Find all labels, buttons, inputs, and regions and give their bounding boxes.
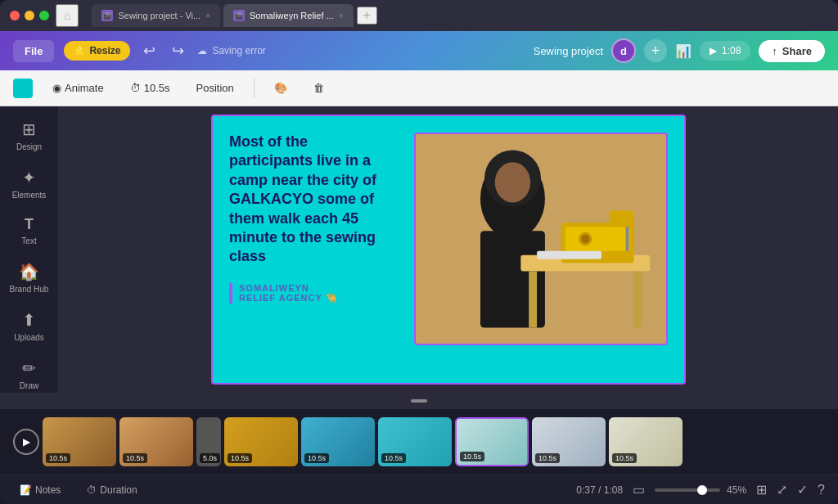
add-collaborator-button[interactable]: + — [644, 39, 667, 62]
help-button[interactable]: ? — [818, 483, 825, 497]
svg-rect-10 — [610, 210, 634, 227]
svg-rect-9 — [565, 227, 630, 251]
duration-button[interactable]: ⏱ 10.5s — [124, 79, 177, 97]
traffic-lights — [10, 11, 49, 20]
tab-bar: 🎬 Sewing project - Vi... × 🎬 Somaliweyn … — [92, 4, 828, 27]
resize-icon: ⭐ — [74, 45, 86, 56]
present-check-button[interactable]: ✓ — [797, 482, 808, 497]
secondary-toolbar: ◉ Animate ⏱ 10.5s Position 🎨 🗑 — [0, 70, 838, 106]
share-icon: ↑ — [772, 45, 777, 57]
sidebar-item-text[interactable]: T Text — [5, 209, 54, 252]
design-icon: ⊞ — [22, 119, 36, 139]
resize-label: Resize — [89, 45, 120, 56]
animate-icon: ◉ — [52, 82, 61, 94]
total-time: 1:08 — [604, 484, 623, 496]
tab-close-2[interactable]: × — [339, 11, 344, 20]
sidebar-item-uploads[interactable]: ⬆ Uploads — [5, 304, 54, 349]
tab-label-2: Somaliweyn Relief ... — [250, 11, 334, 20]
timeline-play-button[interactable]: ▶ — [13, 429, 39, 455]
preview-play-button[interactable]: ▶ 1:08 — [700, 41, 750, 61]
template-style-button[interactable]: 🎨 — [268, 79, 294, 97]
slide-brand-line1: SOMALIWEYN — [239, 283, 393, 293]
image-placeholder — [416, 134, 666, 344]
clip-5-duration: 10.5s — [304, 453, 329, 463]
svg-rect-7 — [634, 271, 642, 327]
app-window: ⌂ 🎬 Sewing project - Vi... × 🎬 Somaliwey… — [0, 0, 838, 504]
clip-9[interactable]: 10.5s — [609, 417, 683, 466]
delete-button[interactable]: 🗑 — [307, 79, 331, 97]
fullscreen-button[interactable]: ⤢ — [777, 482, 787, 497]
new-tab-button[interactable]: + — [357, 7, 377, 25]
bottom-bar: 📝 Notes ⏱ Duration 0:37 / 1:08 ▭ 45% ⊞ ⤢… — [0, 475, 838, 504]
top-toolbar: File ⭐ Resize ↩ ↪ ☁ Saving error Sewing … — [0, 31, 838, 70]
slide-brand-line2: RELIEF AGENCY 🐪 — [239, 293, 393, 304]
draw-icon: ✏ — [22, 358, 36, 378]
svg-rect-11 — [626, 227, 629, 251]
sidebar-item-elements[interactable]: ✦ Elements — [5, 161, 54, 206]
sidebar-item-design[interactable]: ⊞ Design — [5, 113, 54, 158]
clip-6-duration: 10.5s — [381, 453, 406, 463]
share-button[interactable]: ↑ Share — [759, 40, 825, 62]
minimize-window-btn[interactable] — [25, 11, 34, 20]
duration-value: 10.5s — [144, 82, 170, 94]
clip-8[interactable]: 10.5s — [532, 417, 606, 466]
clip-2-duration: 10.5s — [123, 453, 147, 463]
zoom-slider[interactable] — [655, 488, 720, 492]
position-button[interactable]: Position — [190, 79, 241, 97]
current-time: 0:37 — [576, 484, 595, 496]
clip-5[interactable]: 10.5s — [301, 417, 375, 466]
duration-button[interactable]: ⏱ Duration — [80, 481, 143, 499]
analytics-button[interactable]: 📊 — [675, 43, 692, 59]
timeline-area: ▶ 10.5s 10.5s 5.0s 10.5s 10.5s 10. — [0, 393, 838, 475]
clip-7-active[interactable]: 10.5s — [455, 417, 529, 466]
project-name: Sewing project — [534, 45, 603, 57]
grid-view-button[interactable]: ⊞ — [756, 482, 767, 497]
duration-label: Duration — [100, 484, 137, 496]
clip-6[interactable]: 10.5s — [378, 417, 452, 466]
clock-icon: ⏱ — [130, 82, 141, 94]
scroll-indicator — [411, 399, 427, 403]
notes-button[interactable]: 📝 Notes — [13, 481, 67, 499]
resize-button[interactable]: ⭐ Resize — [64, 41, 130, 61]
file-menu-button[interactable]: File — [13, 40, 54, 62]
canvas-area[interactable]: Most of the participants live in a camp … — [59, 106, 838, 393]
clip-3-duration: 5.0s — [200, 453, 220, 463]
cloud-icon: ☁ — [197, 45, 207, 56]
svg-point-4 — [495, 162, 530, 202]
clip-9-duration: 10.5s — [612, 453, 637, 463]
undo-button[interactable]: ↩ — [140, 38, 159, 63]
sidebar-item-draw[interactable]: ✏ Draw — [5, 352, 54, 393]
close-window-btn[interactable] — [10, 11, 20, 20]
clip-1[interactable]: 10.5s — [43, 417, 116, 466]
timeline-clips: 10.5s 10.5s 5.0s 10.5s 10.5s 10.5s — [43, 417, 825, 466]
animate-button[interactable]: ◉ Animate — [46, 79, 110, 97]
avatar-button[interactable]: d — [611, 38, 636, 63]
svg-point-14 — [581, 235, 589, 243]
slide-brand-block: SOMALIWEYN RELIEF AGENCY 🐪 — [229, 283, 393, 304]
timeline-scrollbar[interactable] — [0, 393, 838, 409]
maximize-window-btn[interactable] — [39, 11, 49, 20]
slide-main-text: Most of the participants live in a camp … — [229, 133, 393, 267]
clip-2[interactable]: 10.5s — [119, 417, 193, 466]
saving-text: Saving error — [212, 45, 265, 56]
color-swatch[interactable] — [13, 79, 33, 98]
tab-icon-1: 🎬 — [101, 10, 113, 21]
home-icon[interactable]: ⌂ — [56, 4, 79, 27]
clip-3[interactable]: 5.0s — [196, 417, 221, 466]
clip-1-duration: 10.5s — [46, 453, 70, 463]
clip-4-duration: 10.5s — [228, 453, 252, 463]
play-time: 1:08 — [722, 45, 741, 56]
brand-icon: 🏠 — [19, 262, 39, 281]
text-icon: T — [25, 216, 34, 233]
timeline-track: ▶ 10.5s 10.5s 5.0s 10.5s 10.5s 10. — [0, 409, 838, 475]
screen-size-button[interactable]: ▭ — [633, 482, 645, 497]
duration-icon: ⏱ — [87, 484, 97, 496]
camel-icon: 🐪 — [326, 293, 338, 303]
redo-button[interactable]: ↪ — [169, 38, 187, 63]
sidebar-item-brand[interactable]: 🏠 Brand Hub — [5, 255, 54, 300]
tab-sewing-project[interactable]: 🎬 Sewing project - Vi... × — [92, 4, 220, 27]
tab-close-1[interactable]: × — [205, 11, 210, 20]
tab-somaliweyn[interactable]: 🎬 Somaliweyn Relief ... × — [223, 4, 354, 27]
clip-4[interactable]: 10.5s — [224, 417, 298, 466]
slide-text-block[interactable]: Most of the participants live in a camp … — [229, 133, 393, 304]
